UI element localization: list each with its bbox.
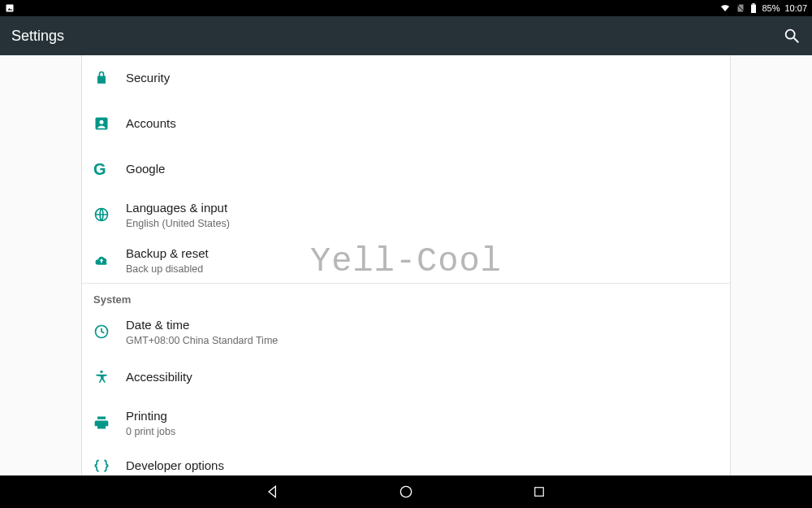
battery-percentage: 85%: [762, 3, 780, 13]
google-icon: G: [93, 161, 126, 177]
settings-item-security[interactable]: Security: [82, 55, 730, 101]
home-button[interactable]: [396, 482, 416, 501]
item-label: Accessibility: [126, 369, 192, 385]
item-label: Developer options: [126, 458, 224, 474]
item-label: Backup & reset: [126, 245, 209, 262]
battery-icon: [750, 3, 757, 13]
braces-icon: [93, 458, 126, 474]
item-sub: GMT+08:00 China Standard Time: [126, 335, 278, 346]
svg-rect-3: [751, 5, 756, 14]
recents-button[interactable]: [529, 482, 549, 501]
item-label: Google: [126, 161, 165, 177]
settings-item-languages[interactable]: Languages & input English (United States…: [82, 192, 730, 237]
print-icon: [93, 415, 126, 431]
no-sim-icon: [736, 3, 745, 13]
item-sub: English (United States): [126, 218, 230, 229]
accessibility-icon: [93, 369, 126, 385]
wifi-icon: [719, 3, 731, 13]
item-label: Accounts: [126, 115, 176, 132]
item-sub: 0 print jobs: [126, 426, 175, 437]
globe-icon: [93, 206, 126, 223]
svg-point-4: [786, 30, 795, 39]
status-bar: 85% 10:07: [0, 0, 812, 16]
settings-item-accessibility[interactable]: Accessibility: [82, 354, 730, 400]
settings-item-datetime[interactable]: Date & time GMT+08:00 China Standard Tim…: [82, 309, 730, 354]
item-label: Date & time: [126, 317, 278, 333]
search-icon: [783, 27, 801, 45]
home-icon: [398, 484, 414, 500]
svg-rect-12: [535, 488, 544, 497]
settings-panel: Yell-Cool Security Accounts G Google: [81, 55, 731, 475]
svg-rect-2: [753, 3, 755, 5]
item-sub: Back up disabled: [126, 263, 209, 275]
recents-icon: [532, 484, 546, 499]
image-icon: [5, 3, 15, 13]
item-label: Printing: [126, 408, 175, 424]
cloud-upload-icon: [93, 252, 126, 268]
section-header-system: System: [82, 283, 730, 309]
settings-list: Security Accounts G Google Languages & i…: [82, 55, 730, 475]
svg-line-5: [794, 38, 799, 43]
clock-icon: [93, 323, 126, 340]
item-label: Security: [126, 70, 170, 86]
navigation-bar: [0, 475, 812, 508]
svg-rect-0: [6, 5, 14, 12]
settings-item-google[interactable]: G Google: [82, 146, 730, 192]
settings-item-printing[interactable]: Printing 0 print jobs: [82, 400, 730, 445]
svg-point-7: [100, 120, 104, 124]
search-button[interactable]: [783, 27, 801, 45]
item-label: Languages & input: [126, 200, 230, 216]
back-icon: [265, 484, 281, 500]
account-icon: [93, 115, 126, 132]
content-area: Yell-Cool Security Accounts G Google: [0, 55, 812, 475]
settings-item-developer[interactable]: Developer options: [82, 445, 730, 475]
settings-item-accounts[interactable]: Accounts: [82, 101, 730, 146]
settings-item-backup[interactable]: Backup & reset Back up disabled: [82, 237, 730, 283]
page-title: Settings: [11, 28, 64, 45]
svg-point-11: [400, 486, 411, 497]
svg-point-10: [100, 371, 102, 373]
app-bar: Settings: [0, 16, 812, 55]
back-button[interactable]: [263, 482, 283, 501]
status-time: 10:07: [784, 3, 807, 13]
lock-icon: [93, 70, 126, 86]
